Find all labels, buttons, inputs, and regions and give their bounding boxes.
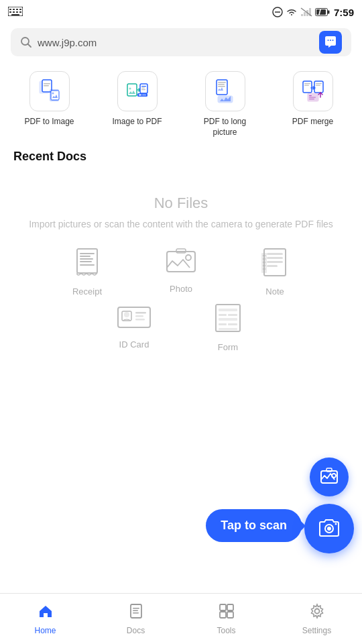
scan-type-photo[interactable]: Photo <box>154 248 208 297</box>
svg-rect-62 <box>80 261 92 262</box>
scan-note-label: Note <box>265 286 284 297</box>
svg-rect-18 <box>327 11 329 14</box>
svg-rect-1 <box>9 9 11 10</box>
svg-rect-54 <box>309 95 312 96</box>
svg-rect-59 <box>80 253 95 254</box>
svg-rect-102 <box>220 604 226 610</box>
svg-rect-94 <box>326 468 332 472</box>
svg-rect-9 <box>11 14 19 15</box>
svg-rect-33 <box>127 84 137 96</box>
signal-icon <box>300 7 312 17</box>
chat-button[interactable] <box>319 31 342 54</box>
settings-icon <box>309 603 325 623</box>
svg-point-93 <box>332 474 336 478</box>
svg-point-80 <box>124 312 129 317</box>
keyboard-indicator <box>8 7 23 18</box>
scan-photo-label: Photo <box>170 284 192 294</box>
tool-pdf-to-long-picture[interactable]: PDF to long picture <box>192 71 259 138</box>
camera-fab-button[interactable] <box>304 504 354 553</box>
scan-receipt-label: Receipt <box>72 286 102 297</box>
svg-point-32 <box>52 93 54 95</box>
tool-image-to-pdf[interactable]: Image to PDF <box>104 71 171 138</box>
svg-point-97 <box>335 523 337 525</box>
svg-rect-7 <box>16 11 18 13</box>
svg-point-65 <box>186 255 191 260</box>
tool-pdf-merge-label: PDF merge <box>292 117 333 127</box>
svg-rect-3 <box>16 9 18 10</box>
svg-rect-47 <box>303 81 312 93</box>
svg-rect-105 <box>227 612 233 618</box>
svg-rect-40 <box>139 95 141 96</box>
tools-row: PDF to Image Image to PDF <box>0 60 362 143</box>
nav-tools[interactable]: Tools <box>181 603 272 635</box>
svg-rect-71 <box>267 265 278 267</box>
nav-docs[interactable]: Docs <box>90 603 181 635</box>
docs-icon <box>128 603 144 623</box>
svg-rect-35 <box>140 84 147 93</box>
time-display: 7:59 <box>334 7 354 18</box>
nav-settings[interactable]: Settings <box>272 603 362 635</box>
svg-rect-81 <box>135 312 146 314</box>
svg-rect-68 <box>267 253 283 255</box>
svg-rect-13 <box>304 12 306 16</box>
scan-type-id-card[interactable]: ID Card <box>107 303 161 352</box>
svg-rect-63 <box>80 264 95 266</box>
svg-rect-60 <box>80 256 90 257</box>
svg-rect-78 <box>118 307 150 327</box>
svg-rect-45 <box>218 86 225 87</box>
svg-rect-31 <box>51 91 59 100</box>
svg-rect-2 <box>13 9 15 10</box>
status-bar: 7:59 <box>0 0 362 24</box>
nav-home[interactable]: Home <box>0 603 90 635</box>
scan-id-card-label: ID Card <box>119 339 149 350</box>
recent-docs-title: Recent Docs <box>0 143 362 168</box>
svg-point-96 <box>327 527 331 531</box>
svg-rect-49 <box>304 85 309 86</box>
svg-rect-41 <box>142 95 146 96</box>
tap-to-scan-tooltip[interactable]: Tap to scan <box>206 509 302 542</box>
scan-row-2: ID Card Form <box>107 303 255 352</box>
svg-rect-38 <box>141 89 145 90</box>
scan-form-label: Form <box>218 342 238 352</box>
svg-rect-50 <box>314 81 323 93</box>
svg-rect-12 <box>301 14 303 16</box>
scan-types-grid: Receipt Photo <box>0 248 362 352</box>
svg-rect-89 <box>219 323 227 325</box>
svg-rect-29 <box>44 85 49 87</box>
tool-pdf-merge[interactable]: PDF merge <box>280 71 347 138</box>
wifi-icon <box>286 7 298 17</box>
svg-rect-100 <box>133 610 138 611</box>
svg-rect-55 <box>309 97 316 98</box>
svg-rect-36 <box>141 86 146 87</box>
svg-rect-6 <box>13 11 15 13</box>
svg-rect-24 <box>330 40 331 41</box>
status-icons: 7:59 <box>272 7 354 18</box>
battery-icon <box>315 8 330 16</box>
scan-type-receipt[interactable]: Receipt <box>60 248 114 297</box>
url-text: www.j9p.com <box>38 37 314 48</box>
svg-rect-99 <box>133 608 139 609</box>
svg-rect-52 <box>316 85 320 86</box>
svg-point-34 <box>129 88 131 90</box>
svg-rect-85 <box>219 309 237 311</box>
svg-rect-37 <box>141 88 145 89</box>
svg-rect-51 <box>316 83 322 84</box>
svg-rect-91 <box>219 328 237 330</box>
scan-type-form[interactable]: Form <box>201 303 255 352</box>
gallery-fab-button[interactable] <box>310 458 349 496</box>
svg-rect-28 <box>44 83 50 85</box>
tool-pdf-to-image[interactable]: PDF to Image <box>16 71 83 138</box>
svg-rect-61 <box>80 258 93 260</box>
svg-rect-82 <box>135 315 143 317</box>
svg-rect-23 <box>328 40 329 41</box>
svg-rect-56 <box>309 99 314 99</box>
scan-type-note[interactable]: Note <box>248 248 302 297</box>
search-icon <box>20 36 32 48</box>
bottom-nav: Home Docs Tools <box>0 593 362 644</box>
scan-row-1: Receipt Photo <box>60 248 302 297</box>
nav-docs-label: Docs <box>127 626 145 635</box>
address-bar[interactable]: www.j9p.com <box>11 28 351 56</box>
svg-rect-86 <box>219 314 227 316</box>
svg-rect-5 <box>9 11 11 13</box>
svg-line-22 <box>28 44 32 48</box>
